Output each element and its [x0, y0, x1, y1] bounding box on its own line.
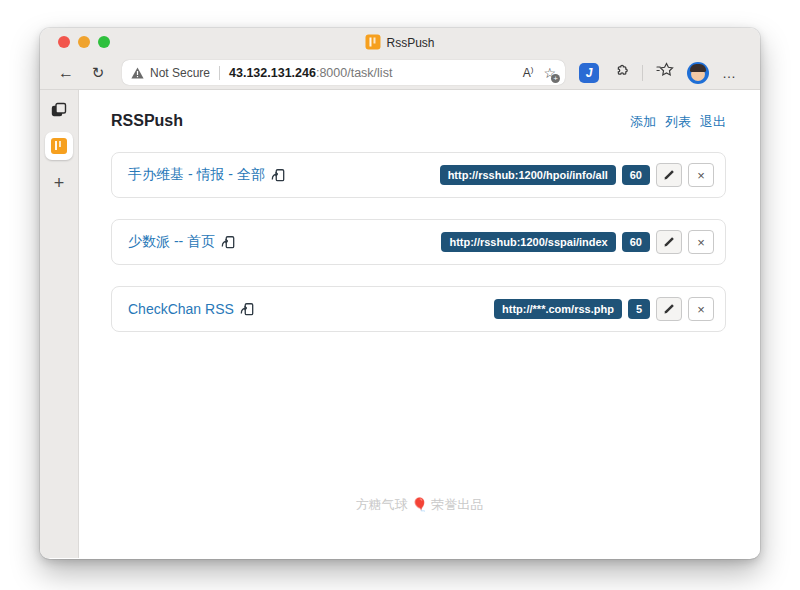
refresh-icon[interactable]: ↻ — [86, 64, 110, 82]
nav-add-link[interactable]: 添加 — [630, 113, 656, 131]
task-interval-badge: 60 — [622, 232, 650, 252]
task-interval-badge: 60 — [622, 165, 650, 185]
address-bar[interactable]: Not Secure 43.132.131.246:8000/task/list… — [122, 60, 565, 85]
page-nav: 添加 列表 退出 — [630, 113, 726, 131]
page-content: RSSPush 添加 列表 退出 手办维基 - 情报 - 全部 — [79, 90, 760, 558]
window-title: RssPush — [365, 35, 434, 50]
edit-task-button[interactable] — [656, 163, 682, 187]
delete-task-button[interactable]: × — [688, 230, 714, 254]
nav-logout-link[interactable]: 退出 — [700, 113, 726, 131]
balloon-icon: 🎈 — [411, 497, 427, 512]
delete-task-button[interactable]: × — [688, 163, 714, 187]
extensions-puzzle-icon[interactable] — [612, 62, 629, 83]
task-interval-badge: 5 — [628, 299, 650, 319]
active-tab-rsspush[interactable] — [45, 132, 73, 160]
footer-brand: 方糖气球 — [356, 497, 408, 512]
open-feed-icon[interactable] — [221, 235, 235, 249]
url-host: 43.132.131.246 — [229, 66, 316, 80]
task-card: CheckChan RSS http://***.com/rss.php 5 — [111, 286, 726, 332]
task-title-link[interactable]: 手办维基 - 情报 - 全部 — [128, 166, 265, 184]
page-footer: 方糖气球 🎈 荣誉出品 — [79, 496, 760, 514]
url-path: :8000/task/list — [316, 66, 392, 80]
zoom-window-button[interactable] — [98, 36, 110, 48]
edit-task-button[interactable] — [656, 230, 682, 254]
settings-menu-icon[interactable]: … — [722, 65, 737, 81]
profile-avatar[interactable] — [687, 62, 709, 84]
vertical-tab-strip: + — [40, 90, 79, 558]
add-favorite-icon[interactable]: ☆+ — [543, 66, 556, 80]
task-url-badge: http://rsshub:1200/hpoi/info/all — [440, 165, 616, 185]
rsspush-favicon-icon — [365, 35, 380, 50]
tab-actions-icon[interactable] — [51, 102, 67, 118]
read-aloud-icon[interactable]: A) — [523, 65, 534, 80]
new-tab-button[interactable]: + — [54, 174, 65, 192]
rsspush-tab-favicon-icon — [51, 138, 67, 154]
task-title-link[interactable]: CheckChan RSS — [128, 301, 234, 317]
not-secure-label: Not Secure — [150, 66, 210, 80]
traffic-lights — [58, 36, 110, 48]
task-card: 少数派 -- 首页 http://rsshub:1200/sspai/index… — [111, 219, 726, 265]
task-url-badge: http://rsshub:1200/sspai/index — [441, 232, 615, 252]
task-url-badge: http://***.com/rss.php — [494, 299, 622, 319]
json-extension-icon[interactable]: J — [579, 63, 599, 83]
window-title-text: RssPush — [386, 35, 434, 49]
footer-credit: 荣誉出品 — [431, 497, 483, 512]
address-divider — [219, 66, 220, 80]
toolbar-divider — [642, 65, 643, 81]
minimize-window-button[interactable] — [78, 36, 90, 48]
browser-window: RssPush ← ↻ Not Secure 43.132.131.246:80… — [40, 28, 760, 559]
back-icon[interactable]: ← — [54, 64, 78, 82]
titlebar: RssPush — [40, 28, 760, 56]
close-window-button[interactable] — [58, 36, 70, 48]
task-card: 手办维基 - 情报 - 全部 http://rsshub:1200/hpoi/i… — [111, 152, 726, 198]
task-title-link[interactable]: 少数派 -- 首页 — [128, 233, 215, 251]
delete-task-button[interactable]: × — [688, 297, 714, 321]
not-secure-warning-icon — [131, 67, 144, 79]
url-text: 43.132.131.246:8000/task/list — [229, 66, 392, 80]
browser-toolbar: ← ↻ Not Secure 43.132.131.246:8000/task/… — [40, 56, 760, 90]
open-feed-icon[interactable] — [240, 302, 254, 316]
edit-task-button[interactable] — [656, 297, 682, 321]
favorites-hub-icon[interactable] — [656, 62, 674, 83]
open-feed-icon[interactable] — [271, 168, 285, 182]
nav-list-link[interactable]: 列表 — [665, 113, 691, 131]
page-title: RSSPush — [111, 112, 183, 130]
